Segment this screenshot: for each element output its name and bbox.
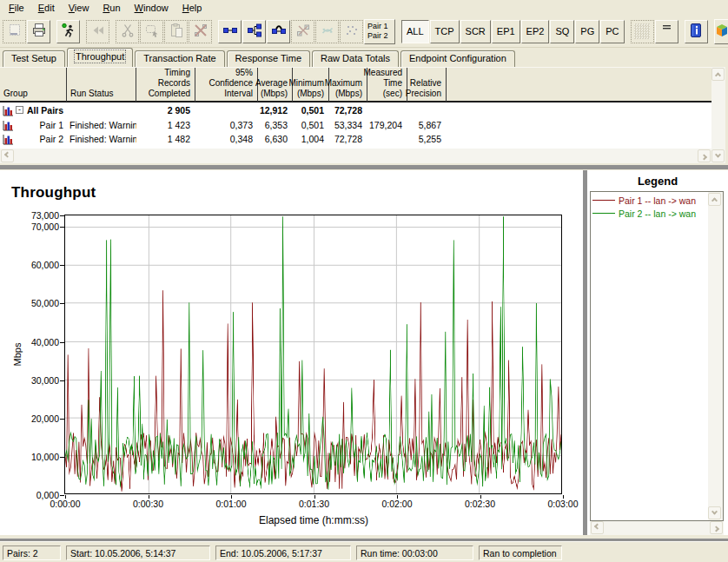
table-row-all-pairs[interactable]: - All Pairs 2 905 12,912 0,501 72,728	[0, 103, 711, 117]
column-header-timing-records[interactable]: Timing Records Completed	[136, 68, 195, 102]
rewind-button[interactable]	[86, 20, 109, 43]
chevron-left-icon	[594, 524, 600, 530]
run-test-button[interactable]	[56, 20, 80, 43]
tab-throughput[interactable]: Throughput	[67, 48, 133, 67]
pair-chart-icon	[3, 105, 14, 118]
y-tick-label: 40,000	[0, 337, 59, 347]
filter-scr-button[interactable]: SCR	[460, 20, 491, 43]
scroll-right-button[interactable]	[698, 149, 711, 162]
average-cell: 12,912	[258, 103, 293, 117]
legend-line-sample	[592, 200, 615, 201]
scroll-left-button[interactable]	[591, 521, 604, 534]
cut-button[interactable]	[116, 20, 139, 43]
results-table-header: Group Run Status Timing Records Complete…	[0, 67, 711, 102]
x-axis-label: Elapsed time (h:mm:ss)	[227, 514, 400, 526]
disconnect-pair-button[interactable]	[291, 20, 314, 43]
legend-vertical-scrollbar[interactable]	[708, 192, 723, 520]
scroll-up-button[interactable]	[711, 68, 725, 81]
swap-endpoints-button[interactable]	[315, 20, 339, 43]
filter-pc-button[interactable]: PC	[600, 20, 624, 43]
filter-sq-button[interactable]: SQ	[550, 20, 574, 43]
table-vertical-scrollbar[interactable]	[711, 67, 725, 163]
column-header-confidence[interactable]: 95% Confidence Interval	[195, 68, 258, 102]
timing-records-cell: 1 423	[136, 118, 195, 132]
legend-line-sample	[592, 213, 615, 214]
horizontal-splitter[interactable]	[0, 165, 728, 169]
scroll-left-button[interactable]	[1, 149, 14, 162]
x-tick-mark	[563, 495, 564, 499]
tab-test-setup[interactable]: Test Setup	[3, 50, 65, 67]
menu-view[interactable]: View	[62, 2, 96, 14]
dots-grid-icon	[344, 23, 360, 40]
x-tick-label: 0:01:30	[288, 499, 341, 509]
tab-transaction-rate[interactable]: Transaction Rate	[135, 50, 224, 67]
table-horizontal-scrollbar[interactable]	[0, 149, 711, 163]
pair-list-line2: Pair 2	[367, 31, 388, 41]
chevron-down-icon	[711, 509, 718, 515]
legend-toggle-button[interactable]	[655, 20, 678, 43]
scroll-right-button[interactable]	[710, 521, 723, 534]
x-tick-label: 0:00:00	[39, 499, 91, 509]
column-header-maximum[interactable]: Maximum (Mbps)	[329, 68, 367, 102]
scroll-down-button[interactable]	[708, 506, 721, 519]
filter-ep1-button[interactable]: EP1	[492, 20, 520, 43]
y-tick-mark	[60, 342, 64, 343]
copy-button[interactable]	[140, 20, 163, 43]
table-row-pair-1[interactable]: Pair 1 Finished: Warning(s) 1 423 0,373 …	[0, 118, 711, 132]
background-toggle-button[interactable]	[631, 20, 654, 43]
printer-icon	[31, 23, 47, 40]
filter-ep2-button[interactable]: EP2	[521, 20, 550, 43]
tab-response-time[interactable]: Response Time	[227, 50, 310, 67]
runner-icon	[61, 23, 76, 40]
menu-window[interactable]: Window	[128, 2, 175, 14]
column-header-measured-time[interactable]: Measured Time (sec)	[367, 68, 407, 102]
status-run-time: Run time: 00:03:00	[356, 545, 473, 560]
collapse-expander[interactable]: -	[16, 106, 23, 114]
filter-pg-button[interactable]: PG	[575, 20, 599, 43]
filter-tcp-button[interactable]: TCP	[430, 20, 460, 43]
column-header-precision[interactable]: Relative Precision	[407, 68, 447, 102]
pair-list-line1: Pair 1	[367, 22, 388, 31]
help-info-button[interactable]	[685, 20, 708, 43]
column-header-average[interactable]: Average (Mbps)	[258, 68, 293, 102]
scroll-down-button[interactable]	[711, 149, 725, 162]
tab-raw-data-totals[interactable]: Raw Data Totals	[312, 50, 399, 67]
x-tick-label: 0:02:00	[371, 499, 423, 509]
y-tick-mark	[60, 303, 64, 304]
legend-panel: Legend Pair 1 -- lan -> wanPair 2 -- lan…	[587, 170, 728, 535]
table-row-pair-2[interactable]: Pair 2 Finished: Warning(s) 1 482 0,348 …	[0, 132, 711, 146]
tab-endpoint-configuration[interactable]: Endpoint Configuration	[400, 50, 515, 67]
status-pairs: Pairs: 2	[3, 545, 61, 560]
menu-edit[interactable]: Edit	[31, 2, 62, 14]
clone-pair-button[interactable]	[340, 20, 363, 43]
add-pair-button[interactable]	[218, 20, 242, 43]
menu-help[interactable]: Help	[175, 2, 209, 14]
legend-item[interactable]: Pair 2 -- lan -> wan	[592, 207, 707, 220]
menu-run[interactable]: Run	[96, 2, 127, 14]
legend-item[interactable]: Pair 1 -- lan -> wan	[592, 194, 707, 207]
menu-file[interactable]: File	[2, 2, 31, 14]
legend-horizontal-scrollbar[interactable]	[590, 521, 724, 535]
legend-title: Legend	[587, 175, 728, 188]
voip-pair-icon	[271, 23, 287, 40]
new-test-button[interactable]	[3, 20, 26, 43]
precision-cell: 5,867	[407, 118, 447, 132]
pair-list-button[interactable]: Pair 1 Pair 2	[364, 19, 395, 44]
delete-pair-button[interactable]	[189, 20, 212, 43]
paste-button[interactable]	[164, 20, 188, 43]
maximum-cell: 72,728	[329, 132, 367, 146]
x-tick-label: 0:01:00	[205, 499, 257, 509]
y-tick-mark	[60, 380, 64, 381]
print-button[interactable]	[27, 20, 50, 43]
column-header-group[interactable]: Group	[0, 68, 67, 102]
add-multicast-group-button[interactable]	[242, 20, 266, 43]
group-cell: All Pairs	[27, 103, 63, 117]
y-tick-mark	[60, 457, 64, 458]
filter-all-button[interactable]: ALL	[401, 20, 429, 43]
netiq-logo-button[interactable]: net iQ	[714, 19, 728, 44]
add-voip-pair-button[interactable]	[267, 20, 290, 43]
column-header-run-status[interactable]: Run Status	[67, 68, 136, 102]
endpoint-group-icon	[247, 23, 262, 40]
timing-records-cell: 1 482	[136, 132, 195, 146]
scroll-up-button[interactable]	[708, 193, 721, 206]
